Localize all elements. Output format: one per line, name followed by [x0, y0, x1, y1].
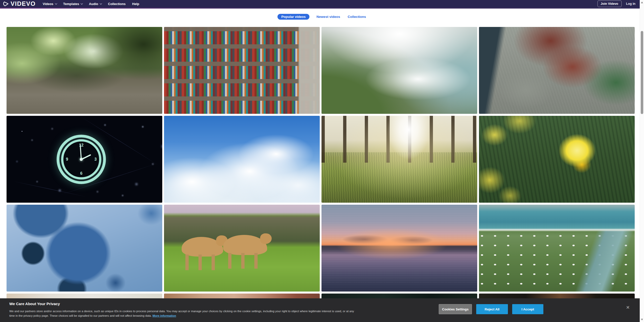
close-icon[interactable]: ✕	[626, 305, 630, 310]
clock-numeral-6: 6	[80, 171, 83, 176]
chevron-down-icon	[100, 2, 102, 5]
nav-item-label: Videos	[43, 2, 53, 6]
tab-newest-videos[interactable]: Newest videos	[316, 14, 341, 20]
scroll-up-icon[interactable]	[641, 2, 643, 3]
cookie-banner-title: We Care About Your Privacy	[9, 302, 60, 306]
video-thumbnail-clock-network[interactable]: 12 3 6 9	[7, 116, 162, 203]
video-thumbnail-city-aerial[interactable]	[479, 27, 635, 114]
nav-item-label: Help	[132, 2, 139, 6]
nav-item-videos[interactable]: Videos	[43, 2, 57, 6]
particle-glow-dots	[22, 131, 22, 132]
more-information-link[interactable]: More information	[152, 314, 176, 317]
cookie-consent-banner: We Care About Your Privacy We and our pa…	[0, 298, 640, 322]
clock-face: 12 3 6 9	[57, 135, 106, 184]
navbar: VIDEVO Videos Templates Audio Collection…	[0, 0, 644, 8]
video-thumbnail-daffodils[interactable]	[479, 116, 635, 203]
lioness-silhouette	[223, 235, 267, 255]
chevron-down-icon	[55, 2, 57, 5]
i-accept-button[interactable]: I Accept	[512, 304, 543, 314]
video-grid: 12 3 6 9	[0, 27, 644, 322]
nav-item-templates[interactable]: Templates	[63, 2, 82, 6]
reject-all-button[interactable]: Reject All	[476, 304, 508, 314]
clock-dial: 12 3 6 9	[61, 139, 101, 180]
lioness-legs	[185, 255, 223, 270]
clock-center-dot	[80, 158, 83, 161]
nav-item-label: Audio	[89, 2, 98, 6]
scroll-down-icon[interactable]	[641, 319, 643, 320]
cookies-settings-button[interactable]: Cookies Settings	[439, 304, 472, 314]
cookie-banner-body: We and our partners store and/or access …	[9, 309, 359, 318]
video-tabs: Popular videos Newest videos Collections	[0, 9, 644, 23]
chevron-down-icon	[80, 2, 83, 5]
video-thumbnail-container-yard[interactable]	[164, 27, 320, 114]
videvo-logo[interactable]: VIDEVO	[3, 1, 36, 7]
video-thumbnail-forest-sun[interactable]	[321, 116, 477, 203]
nav-item-audio[interactable]: Audio	[89, 2, 101, 6]
nav-item-collections[interactable]: Collections	[108, 2, 126, 6]
lioness-legs	[228, 253, 267, 269]
video-thumbnail-sky-clouds[interactable]	[164, 116, 320, 203]
video-thumbnail-blue-cells[interactable]	[7, 205, 162, 292]
video-thumbnail-lionesses[interactable]	[164, 205, 320, 292]
lioness-silhouette	[182, 237, 223, 257]
clock-numeral-9: 9	[66, 157, 68, 162]
clock-numeral-3: 3	[94, 157, 97, 162]
scrollbar[interactable]	[640, 0, 644, 322]
nav-item-label: Templates	[63, 2, 79, 6]
video-thumbnail-rain-forest[interactable]	[7, 27, 162, 114]
join-videvo-button[interactable]: Join Videvo	[597, 1, 622, 7]
cookie-body-text: We and our partners store and/or access …	[9, 310, 354, 317]
nav-item-help[interactable]: Help	[132, 2, 139, 6]
video-thumbnail-coastal-town[interactable]	[479, 205, 635, 292]
tab-popular-videos[interactable]: Popular videos	[277, 14, 309, 20]
scrollbar-thumb[interactable]	[641, 31, 643, 114]
brand-name: VIDEVO	[11, 1, 36, 7]
login-link[interactable]: Log in	[626, 2, 636, 6]
network-line	[12, 181, 86, 197]
play-triangle-icon	[3, 1, 9, 7]
video-thumbnail-sunset-lake[interactable]	[321, 205, 477, 292]
video-thumbnail-coastline[interactable]	[321, 27, 477, 114]
tab-collections[interactable]: Collections	[347, 14, 367, 20]
nav-item-label: Collections	[108, 2, 126, 6]
main-menu: Videos Templates Audio Collections Help	[43, 2, 139, 6]
